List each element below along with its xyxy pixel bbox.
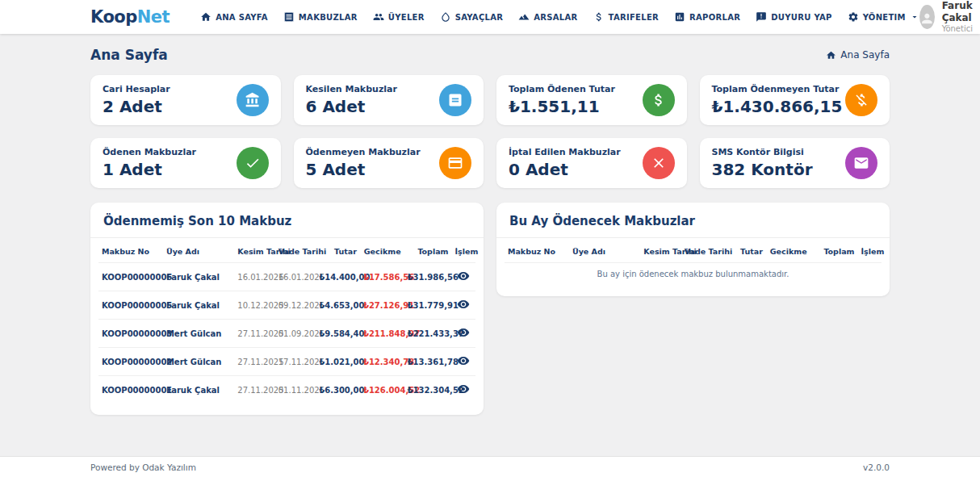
receipt-no: KOOP00000005 — [98, 291, 163, 320]
stat-label: Ödenen Makbuzlar — [103, 147, 196, 157]
logo-text-net: Net — [137, 7, 170, 27]
nav-item-tarifeler[interactable]: TARIFELER — [593, 11, 659, 23]
due-date: 01.11.2025 — [275, 376, 316, 404]
stat-value: 0 Adet — [509, 160, 621, 179]
receipt-icon — [283, 11, 295, 23]
col-header-kesim-tarihi: Kesim Tarihi — [640, 240, 681, 263]
eye-icon — [457, 354, 470, 367]
amount: ₺1.021,00 — [316, 348, 360, 376]
col-header-toplam: Toplam — [404, 240, 452, 263]
col-header-toplam: Toplam — [810, 240, 858, 263]
nav-item-makbuzlar[interactable]: MAKBUZLAR — [283, 11, 358, 23]
empty-message: Bu ay için ödenecek makbuz bulunmamaktad… — [505, 263, 882, 286]
water-drop-icon — [440, 11, 451, 23]
member-name: Mert Gülcan — [163, 348, 234, 376]
terrain-icon — [518, 11, 530, 23]
stat-value: ₺1.430.866,15 — [712, 97, 843, 116]
people-icon — [373, 11, 384, 23]
stat-card-cari-hesaplar: Cari Hesaplar 2 Adet — [90, 75, 281, 125]
col-header-makbuz-no: Makbuz No — [98, 240, 163, 263]
user-role: Yönetici — [942, 24, 980, 35]
due-this-month-panel: Bu Ay Ödenecek Makbuzlar Makbuz No Üye A… — [496, 203, 890, 296]
empty-row: Bu ay için ödenecek makbuz bulunmamaktad… — [505, 263, 882, 286]
unpaid-panel-title: Ödenmemiş Son 10 Makbuz — [90, 203, 484, 238]
dollar-icon — [593, 11, 605, 23]
nav-item-arsalar[interactable]: ARSALAR — [518, 11, 577, 23]
table-row: KOOP00000003 Mert Gülcan 27.11.2025 01.0… — [98, 320, 475, 348]
nav-label: ÜYELER — [388, 13, 425, 22]
due-date: 09.12.2025 — [275, 291, 316, 320]
eye-icon — [457, 298, 470, 311]
stat-value: ₺1.551,11 — [509, 97, 615, 116]
nav-label: ARSALAR — [534, 13, 577, 22]
amount: ₺9.584,40 — [316, 320, 360, 348]
amount: ₺6.300,00 — [316, 376, 360, 404]
col-header-makbuz-no: Makbuz No — [505, 240, 569, 263]
home-icon — [826, 50, 836, 61]
nav-item-duyuru-yap[interactable]: DUYURU YAP — [756, 11, 831, 23]
email-icon — [845, 147, 877, 179]
money-off-icon — [845, 84, 877, 116]
receipt-no: KOOP00000001 — [98, 376, 163, 404]
main-content: Ana Sayfa Ana Sayfa Cari Hesaplar 2 Adet — [0, 34, 980, 456]
col-header-uye-adi: Üye Adı — [163, 240, 234, 263]
view-receipt-button[interactable] — [457, 270, 470, 282]
view-receipt-button[interactable] — [457, 298, 470, 311]
eye-icon — [457, 270, 470, 282]
stat-card-toplam-odenmeyen: Toplam Ödenmeyen Tutar ₺1.430.866,15 — [700, 75, 890, 125]
person-icon — [919, 9, 935, 28]
nav-label: YÖNETIM — [863, 13, 906, 22]
stats-grid: Cari Hesaplar 2 Adet Kesilen Makbuzlar 6… — [90, 75, 890, 188]
home-icon — [200, 11, 211, 23]
col-header-kesim-tarihi: Kesim Tarihi — [234, 240, 274, 263]
eye-icon — [457, 326, 470, 339]
receipt-icon — [439, 84, 471, 116]
page-title: Ana Sayfa — [90, 47, 168, 63]
late-fee: ₺27.126,91 — [360, 291, 404, 320]
announcement-icon — [756, 11, 767, 23]
nav-label: DUYURU YAP — [771, 13, 831, 22]
breadcrumb[interactable]: Ana Sayfa — [826, 49, 890, 61]
issue-date: 27.11.2025 — [234, 376, 274, 404]
footer: Powered by Odak Yazılım v2.0.0 — [0, 456, 980, 477]
avatar — [919, 5, 935, 29]
stat-card-sms-kontor: SMS Kontör Bilgisi 382 Kontör — [700, 138, 890, 188]
stat-card-iptal-edilen: İptal Edilen Makbuzlar 0 Adet — [496, 138, 687, 188]
view-receipt-button[interactable] — [457, 326, 470, 339]
stat-value: 2 Adet — [103, 97, 170, 116]
nav-item-sayaclar[interactable]: SAYAÇLAR — [440, 11, 504, 23]
stat-value: 1 Adet — [103, 160, 196, 179]
nav-label: SAYAÇLAR — [455, 13, 504, 22]
issue-date: 10.12.2025 — [234, 291, 274, 320]
user-menu[interactable]: Faruk Çakal Yönetici — [919, 0, 980, 34]
bank-icon — [237, 84, 269, 116]
table-row: KOOP00000002 Mert Gülcan 27.11.2025 17.1… — [98, 348, 475, 376]
dollar-icon — [643, 84, 675, 116]
member-name: Mert Gülcan — [163, 320, 234, 348]
receipt-no: KOOP00000003 — [98, 320, 163, 348]
chart-icon — [674, 11, 685, 23]
main-nav: ANA SAYFA MAKBUZLAR ÜYELER SAYAÇLAR ARSA… — [200, 11, 919, 23]
stat-label: İptal Edilen Makbuzlar — [509, 147, 621, 157]
stat-label: Toplam Ödenen Tutar — [509, 84, 615, 94]
tables-section: Ödenmemiş Son 10 Makbuz Makbuz No Üye Ad… — [90, 203, 890, 415]
logo[interactable]: KoopNet — [90, 7, 170, 27]
amount: ₺4.653,00 — [316, 291, 360, 320]
view-receipt-button[interactable] — [457, 383, 470, 395]
nav-item-ana-sayfa[interactable]: ANA SAYFA — [200, 11, 268, 23]
due-date: 16.01.2026 — [275, 263, 316, 291]
view-receipt-button[interactable] — [457, 354, 470, 367]
footer-powered-by: Powered by Odak Yazılım — [90, 462, 196, 472]
credit-card-icon — [439, 147, 471, 179]
issue-date: 16.01.2026 — [234, 263, 274, 291]
nav-item-raporlar[interactable]: RAPORLAR — [674, 11, 740, 23]
nav-item-uyeler[interactable]: ÜYELER — [373, 11, 425, 23]
nav-label: TARIFELER — [609, 13, 659, 22]
total: ₺221.433,37 — [404, 320, 452, 348]
stat-value: 6 Adet — [306, 97, 397, 116]
stat-label: Toplam Ödenmeyen Tutar — [712, 84, 843, 94]
col-header-gecikme: Gecikme — [766, 240, 810, 263]
logo-text-koop: Koop — [90, 7, 137, 27]
nav-item-yonetim[interactable]: YÖNETIM — [848, 11, 919, 23]
unpaid-receipts-panel: Ödenmemiş Son 10 Makbuz Makbuz No Üye Ad… — [90, 203, 484, 415]
